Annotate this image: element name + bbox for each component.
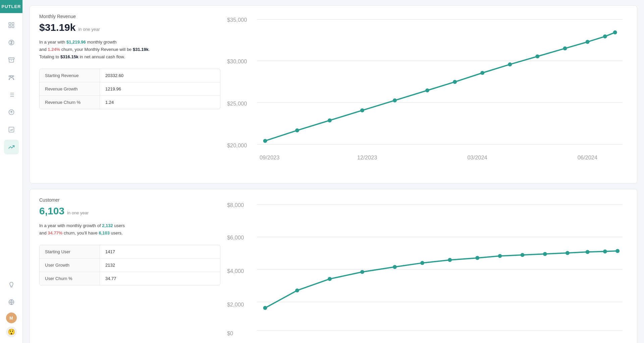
customer-value: 6,103 xyxy=(39,205,64,217)
revenue-chart-area: $35,000 $30,000 $25,000 $20,000 xyxy=(227,14,628,175)
starting-revenue-row: Starting Revenue 20332.60 xyxy=(40,69,220,82)
revenue-desc-p1: In a year with xyxy=(39,40,66,45)
svg-rect-3 xyxy=(12,26,14,28)
lightbulb-icon[interactable] xyxy=(4,277,19,292)
revenue-dot-12 xyxy=(586,40,590,44)
revenue-dot-6 xyxy=(425,88,429,92)
revenue-net-cash-suffix: in net annual cash flow. xyxy=(78,54,125,59)
svg-rect-2 xyxy=(9,26,11,28)
revenue-desc-p5: . xyxy=(149,47,150,52)
customer-dot-7 xyxy=(448,258,452,262)
revenue-dot-1 xyxy=(263,139,267,143)
customer-dot-13 xyxy=(586,250,590,254)
revenue-dot-10 xyxy=(535,54,539,58)
customer-big-value: 6,103 in one year xyxy=(39,205,220,217)
revenue-chart: $35,000 $30,000 $25,000 $20,000 xyxy=(227,14,628,175)
revenue-dot-13 xyxy=(603,35,607,39)
customer-desc-p1: In a year with monthly growth of xyxy=(39,223,102,228)
customer-y-label-1: $8,000 xyxy=(227,202,244,208)
starting-user-value[interactable]: 1417 xyxy=(100,245,220,258)
customer-dot-10 xyxy=(521,253,525,257)
sidebar-bottom: M 😲 xyxy=(4,276,19,343)
customer-dot-14 xyxy=(603,249,607,253)
revenue-desc-p4: churn, your Monthly Revenue will be xyxy=(60,47,133,52)
revenue-dot-8 xyxy=(480,71,484,75)
customer-desc-p5: users. xyxy=(110,230,123,235)
globe-icon[interactable] xyxy=(4,295,19,310)
svg-point-8 xyxy=(9,76,10,77)
revenue-dot-7 xyxy=(453,80,457,84)
revenue-churn-value[interactable]: 1.24 xyxy=(100,96,220,109)
revenue-final-value: $31.19k xyxy=(133,47,149,52)
revenue-dot-11 xyxy=(563,47,567,51)
revenue-y-label-1: $35,000 xyxy=(227,17,247,23)
revenue-net-cash-value: $316.15k xyxy=(60,54,78,59)
user-avatar-emoji[interactable]: 😲 xyxy=(6,327,17,337)
revenue-y-label-2: $30,000 xyxy=(227,58,247,64)
revenue-description: In a year with $1,219.96 monthly growth … xyxy=(39,39,220,61)
svg-rect-1 xyxy=(12,23,14,25)
main-content: Monthly Revenue $31.19k in one year In a… xyxy=(23,0,644,343)
revenue-growth-value[interactable]: 1219.96 xyxy=(100,82,220,95)
customer-fields-table: Starting User 1417 User Growth 2132 User… xyxy=(39,245,220,285)
customer-desc-p4: churn, you'll have xyxy=(62,230,99,235)
sidebar: PUTLER M 😲 xyxy=(0,0,23,343)
archive-icon[interactable] xyxy=(4,53,19,67)
revenue-dot-3 xyxy=(328,118,332,122)
customer-y-label-5: $0 xyxy=(227,330,233,336)
revenue-net-cash-label: Totaling to xyxy=(39,54,60,59)
revenue-y-label-4: $20,000 xyxy=(227,142,247,148)
customer-dot-2 xyxy=(295,288,299,292)
customer-chart: $8,000 $6,000 $4,000 $2,000 $0 xyxy=(227,197,628,343)
user-avatar-m[interactable]: M xyxy=(6,313,17,323)
customer-dot-1 xyxy=(263,306,267,310)
customer-dot-6 xyxy=(420,261,424,265)
revenue-growth-label: Revenue Growth xyxy=(40,82,100,95)
revenue-churn-label: Revenue Churn % xyxy=(40,96,100,109)
customer-section-title: Customer xyxy=(39,197,220,203)
starting-revenue-value[interactable]: 20332.60 xyxy=(100,69,220,82)
forecast-icon[interactable] xyxy=(4,140,19,154)
svg-point-6 xyxy=(10,75,12,77)
customer-dot-5 xyxy=(393,265,397,269)
revenue-value: $31.19k xyxy=(39,22,75,33)
refund-icon[interactable] xyxy=(4,105,19,120)
customer-dot-3 xyxy=(328,277,332,281)
revenue-dot-5 xyxy=(393,98,397,102)
revenue-dot-9 xyxy=(508,62,512,66)
customer-dot-11 xyxy=(543,252,547,256)
customer-desc-p3: and xyxy=(39,230,48,235)
customer-dot-12 xyxy=(566,251,570,255)
revenue-churn-row: Revenue Churn % 1.24 xyxy=(40,96,220,109)
customers-icon[interactable] xyxy=(4,70,19,85)
customer-value-suffix: in one year xyxy=(67,210,89,215)
revenue-dot-2 xyxy=(295,128,299,132)
revenue-x-label-4: 06/2024 xyxy=(578,154,597,160)
customer-final-value: 6,103 xyxy=(99,230,110,235)
analytics-icon[interactable] xyxy=(4,122,19,137)
customer-desc-p2: users xyxy=(113,223,125,228)
customer-dot-4 xyxy=(360,270,364,274)
user-churn-value[interactable]: 34.77 xyxy=(100,272,220,285)
revenue-icon[interactable] xyxy=(4,35,19,50)
revenue-growth-row: Revenue Growth 1219.96 xyxy=(40,82,220,96)
customer-dot-15 xyxy=(615,249,620,253)
dashboard-icon[interactable] xyxy=(4,18,19,32)
svg-rect-5 xyxy=(8,58,14,59)
customer-description: In a year with monthly growth of 2,132 u… xyxy=(39,222,220,237)
user-churn-label: User Churn % xyxy=(40,272,100,285)
user-churn-row: User Churn % 34.77 xyxy=(40,272,220,285)
user-growth-label: User Growth xyxy=(40,259,100,272)
revenue-value-suffix: in one year xyxy=(78,27,100,32)
starting-revenue-label: Starting Revenue xyxy=(40,69,100,82)
customer-dot-9 xyxy=(498,254,502,258)
revenue-x-label-1: 09/2023 xyxy=(260,154,279,160)
revenue-monthly-growth: $1,219.96 xyxy=(66,40,86,45)
revenue-card: Monthly Revenue $31.19k in one year In a… xyxy=(30,5,637,184)
user-growth-value[interactable]: 2132 xyxy=(100,259,220,272)
list-icon[interactable] xyxy=(4,87,19,102)
starting-user-row: Starting User 1417 xyxy=(40,245,220,259)
customer-chart-area: $8,000 $6,000 $4,000 $2,000 $0 xyxy=(227,197,628,343)
svg-rect-0 xyxy=(9,23,11,25)
customer-churn: 34.77% xyxy=(48,230,62,235)
